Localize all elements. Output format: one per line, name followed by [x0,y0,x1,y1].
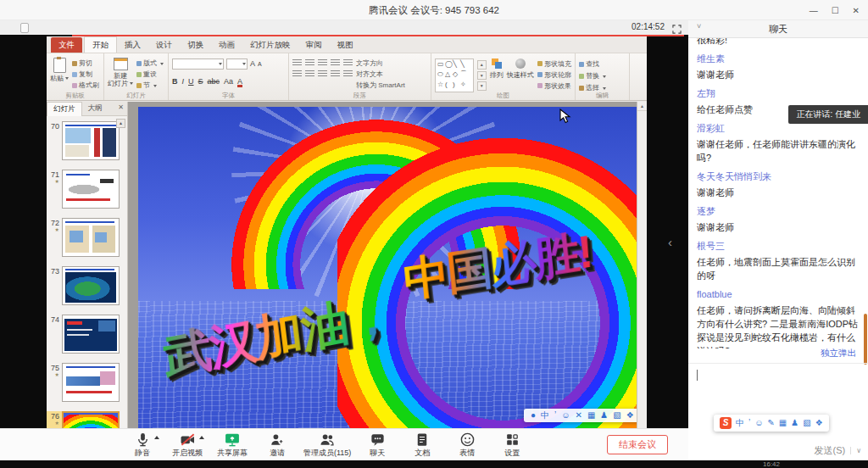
tab-slides[interactable]: 幻灯片 [47,102,82,116]
slide-thumbnail[interactable] [62,363,120,402]
toolbar-share-screen-button[interactable]: 共享屏幕 [214,432,251,459]
ppt-tab-审阅[interactable]: 审阅 [298,37,330,53]
shape-icon[interactable]: ╲ [460,59,468,70]
ime-tool-icon[interactable]: ● [531,411,536,420]
ime-tool-icon[interactable]: ❖ [815,419,823,427]
shape-icon[interactable]: ╲ [453,59,460,70]
align-left-icon[interactable] [292,70,302,77]
columns-icon[interactable] [343,70,353,77]
font-size-select[interactable] [226,58,248,70]
font-style-button[interactable]: Aa [224,77,233,86]
shape-icon[interactable]: ( [445,80,453,90]
ime-tool-icon[interactable]: 中 [541,411,549,420]
ime-tool-icon[interactable]: ☺ [561,411,570,420]
ime-tool-icon[interactable]: ’ [748,419,750,427]
tab-outline[interactable]: 大纲 [82,102,108,115]
ime-tool-icon[interactable]: ☺ [754,419,763,427]
shrink-font-icon[interactable]: A [258,61,262,67]
slide-scrollbar[interactable]: ▲ [637,102,647,428]
indent-decrease-icon[interactable] [318,59,327,66]
ppt-tab-视图[interactable]: 视图 [330,37,361,53]
toolbar-document-button[interactable]: 文档 [403,432,441,459]
ppt-tab-幻灯片放映[interactable]: 幻灯片放映 [242,37,298,53]
align-right-icon[interactable] [318,70,327,77]
shape-icon[interactable]: ⬭ [437,70,445,80]
shape-icon[interactable]: ◇ [453,70,460,80]
toolbar-settings-button[interactable]: 设置 [493,432,531,459]
copy-button[interactable]: 复制 [72,70,99,80]
text-direction-button[interactable]: 文字方向 [356,58,405,69]
section-button[interactable]: 节 [136,81,164,91]
ppt-tab-切换[interactable]: 切换 [180,37,211,53]
collapse-chat-icon[interactable]: ‹ [668,235,672,249]
shape-icon[interactable]: ☆ [437,80,445,90]
font-style-button[interactable]: B [172,77,178,86]
smartart-button[interactable]: 转换为 SmartArt [356,80,405,91]
shape-icon[interactable]: ✧ [460,80,468,90]
send-options-icon[interactable]: ∨ [850,447,861,454]
panel-close-icon[interactable]: ✕ [118,103,124,111]
ime-tool-icon[interactable]: ▦ [587,411,595,420]
ime-tool-icon[interactable]: ♟ [791,419,798,427]
toolbar-emoji-button[interactable]: 表情 [448,432,486,459]
ime-toolbar[interactable]: S 中’☺✎▦♟▧❖ [714,415,829,432]
shape-icon[interactable]: ) [453,80,460,90]
slide-thumbnail[interactable] [62,411,120,428]
align-text-button[interactable]: 对齐文本 [356,69,405,80]
chevron-down-icon[interactable]: ˅ [697,22,701,31]
shape-icon[interactable]: ▭ [437,59,445,70]
shapes-gallery[interactable]: ▭◯╲╲⬭△◇⌒☆()✧ [435,58,474,92]
ppt-tab-设计[interactable]: 设计 [148,37,180,53]
font-style-button[interactable]: S [198,77,203,86]
send-button[interactable]: 发送(S)∨ [814,444,861,457]
sogou-logo-icon[interactable]: S [720,417,732,429]
justify-icon[interactable] [331,70,340,77]
new-slide-button[interactable]: 新建幻灯片 [108,56,133,91]
font-style-button[interactable]: U [188,77,194,86]
font-name-select[interactable] [172,58,224,70]
ime-tool-icon[interactable]: ▧ [803,419,810,427]
numbering-icon[interactable] [305,59,314,66]
shapes-scroll-up-icon[interactable]: ▲ [477,60,487,70]
ime-tool-icon[interactable]: ✕ [576,411,582,420]
caret-up-icon[interactable] [154,436,159,439]
paste-button[interactable]: 粘贴 [50,56,69,91]
font-style-button[interactable]: abc [208,77,220,86]
ime-toolbar[interactable]: ●中’☺✕▦♟▧❖ [524,409,637,422]
ime-tool-icon[interactable]: ✎ [767,419,774,427]
popout-link[interactable]: 独立弹出 [821,348,856,359]
ime-tool-icon[interactable]: ♟ [600,411,608,420]
toolbar-camera-off-button[interactable]: 开启视频 [169,432,206,459]
slide-thumbnail[interactable] [62,266,120,305]
line-spacing-icon[interactable] [343,59,353,66]
slide-thumbnail[interactable] [62,170,120,209]
indent-increase-icon[interactable] [331,59,340,66]
format-painter-button[interactable]: 格式刷 [72,81,99,91]
ppt-tab-文件[interactable]: 文件 [51,37,82,53]
toolbar-microphone-button[interactable]: 静音 [124,432,161,459]
ime-tool-icon[interactable]: ▧ [613,411,620,420]
toolbar-chat-button[interactable]: 聊天 [359,432,396,459]
replace-button[interactable]: 替换 [579,71,606,81]
thumbnail-scroll-up-icon[interactable]: ▲ [116,119,125,128]
shape-effects-button[interactable]: 形状效果 [537,81,571,92]
font-style-button[interactable]: A [237,78,242,87]
font-style-button[interactable]: I [182,77,185,86]
ime-tool-icon[interactable]: ’ [554,411,556,420]
ppt-tab-插入[interactable]: 插入 [117,37,148,53]
ppt-tab-开始[interactable]: 开始 [84,36,117,53]
quick-styles-button[interactable]: 快速样式 [507,56,534,91]
shape-icon[interactable]: ⌒ [460,70,468,80]
find-button[interactable]: 查找 [579,59,606,70]
close-button[interactable]: ✕ [853,6,860,15]
end-meeting-button[interactable]: 结束会议 [607,435,668,454]
grow-font-icon[interactable]: A [250,59,255,68]
cut-button[interactable]: 剪切 [72,58,99,69]
slide-thumbnail[interactable] [62,315,120,354]
ime-tool-icon[interactable]: ▦ [779,419,787,427]
toolbar-members-button[interactable]: 管理成员(115) [303,432,351,459]
slide-thumbnail[interactable] [62,218,120,257]
layout-button[interactable]: 版式 [136,58,164,69]
shape-fill-button[interactable]: 形状填充 [537,58,571,70]
shapes-more-icon[interactable]: ▼ [477,81,487,91]
